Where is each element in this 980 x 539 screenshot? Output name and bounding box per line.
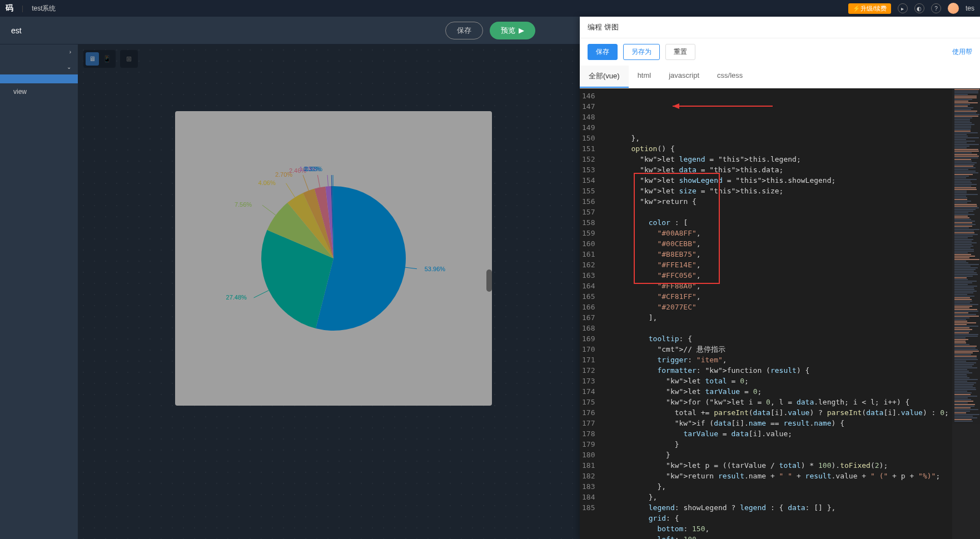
- code-line: tarValue = data[i].value;: [600, 428, 980, 439]
- pie-chart-card[interactable]: 53.96%27.48%7.56%4.06%2.70%2.46%1.23%0.3…: [175, 111, 492, 406]
- code-line: "kw">return {: [600, 196, 980, 207]
- code-line: "#CF81FF",: [600, 291, 980, 302]
- panel-saveas-button[interactable]: 另存为: [623, 44, 660, 60]
- play-icon[interactable]: ▸: [898, 3, 908, 13]
- code-line: "#00CEBB",: [600, 238, 980, 249]
- code-line: grid: {: [600, 513, 980, 523]
- svg-line-1: [254, 291, 269, 298]
- tab-vue[interactable]: 全部(vue): [580, 66, 629, 88]
- play-icon: ▶: [519, 26, 524, 34]
- panel-title: 编程 饼图: [580, 17, 980, 38]
- code-line: [600, 323, 980, 333]
- pie-label: 0.23%: [305, 166, 322, 172]
- code-line: ],: [600, 312, 980, 323]
- sidebar: › ⌄ view: [0, 44, 78, 539]
- preview-button[interactable]: 预览▶: [490, 22, 535, 39]
- tab-css[interactable]: css/less: [708, 66, 752, 88]
- code-line: "kw">let size = "this">this.size;: [600, 186, 980, 196]
- upgrade-button[interactable]: ⚡升级/续费: [848, 3, 891, 14]
- code-line: "#00A8FF",: [600, 228, 980, 238]
- sidebar-item-view[interactable]: view: [0, 83, 78, 100]
- avatar[interactable]: [948, 3, 959, 14]
- code-line: "kw">if (data[i].name == result.name) {: [600, 418, 980, 428]
- code-line: },: [600, 481, 980, 492]
- code-line: "#FF88A0",: [600, 281, 980, 291]
- code-line: "kw">let data = "this">this.data;: [600, 164, 980, 175]
- svg-line-3: [286, 183, 295, 197]
- svg-line-7: [331, 175, 332, 186]
- sidebar-item-active[interactable]: [0, 74, 78, 83]
- code-line: bottom: 150,: [600, 523, 980, 534]
- code-line: "#FFE14E",: [600, 259, 980, 270]
- topbar: 码 | test系统 ⚡升级/续费 ▸ ◐ ? tes: [0, 0, 980, 17]
- logo: 码: [6, 3, 13, 13]
- svg-line-4: [303, 175, 309, 191]
- code-line: "kw">let p = ((tarValue / total) * 100).…: [600, 460, 980, 471]
- pie-label: 4.06%: [258, 179, 276, 186]
- system-name: test系统: [32, 4, 56, 13]
- sidebar-item-1[interactable]: ⌄: [0, 59, 78, 74]
- pie-label: 7.56%: [235, 201, 252, 208]
- code-line: "#B8EB75",: [600, 249, 980, 259]
- code-line: "kw">let legend = "this">this.legend;: [600, 154, 980, 164]
- tab-html[interactable]: html: [629, 66, 660, 88]
- code-editor[interactable]: 1461471481491501511521531541551561571581…: [580, 88, 980, 539]
- svg-line-2: [262, 205, 276, 215]
- grid-view-button[interactable]: ⊞: [122, 52, 136, 66]
- panel-tabs: 全部(vue) html javascript css/less: [580, 66, 980, 88]
- username: tes: [966, 4, 974, 12]
- code-line: [600, 207, 980, 217]
- code-line: "#FFC056",: [600, 270, 980, 281]
- code-line: legend: showLegend ? legend : { data: []…: [600, 502, 980, 513]
- code-line: total += parseInt(data[i].value) ? parse…: [600, 407, 980, 418]
- pie-label: 53.96%: [425, 266, 445, 272]
- code-line: formatter: "kw">function (result) {: [600, 365, 980, 376]
- mobile-view-button[interactable]: 📱: [100, 52, 113, 66]
- code-line: tooltip: {: [600, 333, 980, 344]
- desktop-view-button[interactable]: 🖥: [86, 52, 99, 66]
- headset-icon[interactable]: ◐: [914, 3, 924, 13]
- panel-save-button[interactable]: 保存: [588, 44, 618, 60]
- help-link[interactable]: 使用帮: [952, 47, 972, 57]
- code-line: "kw">return result.name + " " + result.v…: [600, 471, 980, 481]
- code-line: "kw">let total = 0;: [600, 376, 980, 386]
- code-line: option() {: [600, 143, 980, 154]
- page-title: est: [11, 26, 22, 35]
- arrow-annotation: [673, 101, 784, 112]
- code-line: "#2077EC": [600, 302, 980, 312]
- tab-js[interactable]: javascript: [660, 66, 708, 88]
- svg-marker-10: [673, 103, 679, 109]
- svg-line-5: [317, 175, 320, 187]
- code-panel: 编程 饼图 保存 另存为 重置 使用帮 全部(vue) html javascr…: [580, 17, 980, 539]
- code-line: },: [600, 492, 980, 502]
- code-line: color : [: [600, 217, 980, 228]
- code-line: "kw">let tarValue = 0;: [600, 386, 980, 397]
- scrollbar-thumb[interactable]: [486, 270, 492, 292]
- code-line: "kw">let showLegend = "this">this.showLe…: [600, 175, 980, 186]
- sidebar-item-0[interactable]: ›: [0, 44, 78, 59]
- help-icon[interactable]: ?: [931, 3, 941, 13]
- minimap[interactable]: [952, 88, 980, 539]
- chevron-right-icon: ›: [69, 49, 71, 55]
- panel-reset-button[interactable]: 重置: [665, 44, 695, 60]
- code-line: left: 100,: [600, 534, 980, 539]
- pie-label: 27.48%: [226, 294, 247, 301]
- code-line: }: [600, 450, 980, 460]
- code-line: "cmt">// 悬停指示: [600, 344, 980, 355]
- code-line: }: [600, 439, 980, 450]
- svg-line-6: [327, 175, 328, 186]
- code-line: "kw">for ("kw">let i = 0, l = data.lengt…: [600, 397, 980, 407]
- save-button[interactable]: 保存: [445, 22, 483, 39]
- chevron-down-icon: ⌄: [67, 64, 71, 70]
- code-line: trigger: "item",: [600, 355, 980, 365]
- code-line: },: [600, 133, 980, 143]
- svg-line-0: [405, 267, 417, 270]
